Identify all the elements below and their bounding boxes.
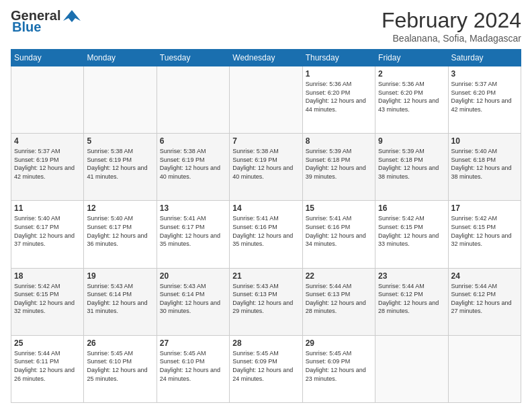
day-info: Sunrise: 5:45 AM Sunset: 6:10 PM Dayligh… <box>160 349 226 383</box>
page-subtitle: Bealanana, Sofia, Madagascar <box>382 33 521 44</box>
table-row: 3Sunrise: 5:37 AM Sunset: 6:20 PM Daylig… <box>448 66 521 134</box>
table-row <box>230 66 302 134</box>
table-row: 12Sunrise: 5:40 AM Sunset: 6:17 PM Dayli… <box>84 201 157 268</box>
table-row: 27Sunrise: 5:45 AM Sunset: 6:10 PM Dayli… <box>157 335 229 402</box>
day-number: 12 <box>87 203 153 213</box>
day-number: 8 <box>306 136 372 146</box>
header: General Blue February 2024 Bealanana, So… <box>11 8 521 44</box>
table-row: 11Sunrise: 5:40 AM Sunset: 6:17 PM Dayli… <box>11 201 84 268</box>
day-info: Sunrise: 5:37 AM Sunset: 6:19 PM Dayligh… <box>14 147 81 181</box>
table-row: 9Sunrise: 5:39 AM Sunset: 6:18 PM Daylig… <box>375 134 448 201</box>
table-row: 29Sunrise: 5:45 AM Sunset: 6:09 PM Dayli… <box>302 335 375 402</box>
table-row: 28Sunrise: 5:45 AM Sunset: 6:09 PM Dayli… <box>230 335 302 402</box>
col-monday: Monday <box>84 50 157 66</box>
day-info: Sunrise: 5:41 AM Sunset: 6:16 PM Dayligh… <box>306 214 372 248</box>
day-info: Sunrise: 5:39 AM Sunset: 6:18 PM Dayligh… <box>306 147 372 181</box>
day-number: 23 <box>378 271 445 281</box>
day-info: Sunrise: 5:38 AM Sunset: 6:19 PM Dayligh… <box>232 147 299 181</box>
col-sunday: Sunday <box>11 50 84 66</box>
day-info: Sunrise: 5:45 AM Sunset: 6:09 PM Dayligh… <box>232 349 299 383</box>
day-number: 11 <box>14 203 81 213</box>
table-row: 6Sunrise: 5:38 AM Sunset: 6:19 PM Daylig… <box>157 134 229 201</box>
col-saturday: Saturday <box>448 50 521 66</box>
day-info: Sunrise: 5:44 AM Sunset: 6:12 PM Dayligh… <box>451 282 518 316</box>
day-number: 28 <box>232 338 299 348</box>
day-number: 2 <box>378 69 445 79</box>
day-info: Sunrise: 5:44 AM Sunset: 6:13 PM Dayligh… <box>306 282 372 316</box>
col-wednesday: Wednesday <box>230 50 302 66</box>
title-block: February 2024 Bealanana, Sofia, Madagasc… <box>382 8 521 44</box>
table-row: 10Sunrise: 5:40 AM Sunset: 6:18 PM Dayli… <box>448 134 521 201</box>
day-number: 6 <box>160 136 226 146</box>
page: General Blue February 2024 Bealanana, So… <box>0 0 532 411</box>
table-row: 4Sunrise: 5:37 AM Sunset: 6:19 PM Daylig… <box>11 134 84 201</box>
day-info: Sunrise: 5:45 AM Sunset: 6:10 PM Dayligh… <box>87 349 153 383</box>
table-row: 13Sunrise: 5:41 AM Sunset: 6:17 PM Dayli… <box>157 201 229 268</box>
day-number: 9 <box>378 136 445 146</box>
day-info: Sunrise: 5:44 AM Sunset: 6:12 PM Dayligh… <box>378 282 445 316</box>
table-row: 16Sunrise: 5:42 AM Sunset: 6:15 PM Dayli… <box>375 201 448 268</box>
day-info: Sunrise: 5:42 AM Sunset: 6:15 PM Dayligh… <box>451 214 518 248</box>
table-row <box>84 66 157 134</box>
table-row: 14Sunrise: 5:41 AM Sunset: 6:16 PM Dayli… <box>230 201 302 268</box>
day-number: 20 <box>160 271 226 281</box>
table-row: 24Sunrise: 5:44 AM Sunset: 6:12 PM Dayli… <box>448 268 521 335</box>
table-row: 5Sunrise: 5:38 AM Sunset: 6:19 PM Daylig… <box>84 134 157 201</box>
day-info: Sunrise: 5:43 AM Sunset: 6:14 PM Dayligh… <box>87 282 153 316</box>
day-info: Sunrise: 5:45 AM Sunset: 6:09 PM Dayligh… <box>306 349 372 383</box>
day-number: 7 <box>232 136 299 146</box>
logo: General Blue <box>11 8 82 35</box>
table-row: 2Sunrise: 5:36 AM Sunset: 6:20 PM Daylig… <box>375 66 448 134</box>
day-info: Sunrise: 5:37 AM Sunset: 6:20 PM Dayligh… <box>451 80 518 113</box>
table-row: 26Sunrise: 5:45 AM Sunset: 6:10 PM Dayli… <box>84 335 157 402</box>
day-number: 4 <box>14 136 81 146</box>
day-info: Sunrise: 5:42 AM Sunset: 6:15 PM Dayligh… <box>378 214 445 248</box>
day-info: Sunrise: 5:43 AM Sunset: 6:14 PM Dayligh… <box>160 282 226 316</box>
day-info: Sunrise: 5:44 AM Sunset: 6:11 PM Dayligh… <box>14 349 81 383</box>
day-number: 16 <box>378 203 445 213</box>
day-number: 25 <box>14 338 81 348</box>
table-row: 22Sunrise: 5:44 AM Sunset: 6:13 PM Dayli… <box>302 268 375 335</box>
day-info: Sunrise: 5:36 AM Sunset: 6:20 PM Dayligh… <box>378 80 445 113</box>
day-number: 22 <box>306 271 372 281</box>
day-number: 15 <box>306 203 372 213</box>
day-info: Sunrise: 5:42 AM Sunset: 6:15 PM Dayligh… <box>14 282 81 316</box>
page-title: February 2024 <box>382 8 521 33</box>
table-row <box>157 66 229 134</box>
svg-marker-0 <box>63 10 81 22</box>
day-info: Sunrise: 5:40 AM Sunset: 6:17 PM Dayligh… <box>14 214 81 248</box>
day-info: Sunrise: 5:36 AM Sunset: 6:20 PM Dayligh… <box>306 80 372 113</box>
day-info: Sunrise: 5:43 AM Sunset: 6:13 PM Dayligh… <box>232 282 299 316</box>
day-number: 3 <box>451 69 518 79</box>
table-row: 17Sunrise: 5:42 AM Sunset: 6:15 PM Dayli… <box>448 201 521 268</box>
day-number: 27 <box>160 338 226 348</box>
day-info: Sunrise: 5:40 AM Sunset: 6:17 PM Dayligh… <box>87 214 153 248</box>
day-info: Sunrise: 5:38 AM Sunset: 6:19 PM Dayligh… <box>87 147 153 181</box>
table-row: 21Sunrise: 5:43 AM Sunset: 6:13 PM Dayli… <box>230 268 302 335</box>
table-row: 7Sunrise: 5:38 AM Sunset: 6:19 PM Daylig… <box>230 134 302 201</box>
calendar-table: Sunday Monday Tuesday Wednesday Thursday… <box>11 49 521 403</box>
day-info: Sunrise: 5:39 AM Sunset: 6:18 PM Dayligh… <box>378 147 445 181</box>
day-number: 18 <box>14 271 81 281</box>
table-row: 25Sunrise: 5:44 AM Sunset: 6:11 PM Dayli… <box>11 335 84 402</box>
day-number: 26 <box>87 338 153 348</box>
col-thursday: Thursday <box>302 50 375 66</box>
day-number: 14 <box>232 203 299 213</box>
day-info: Sunrise: 5:41 AM Sunset: 6:16 PM Dayligh… <box>232 214 299 248</box>
day-info: Sunrise: 5:40 AM Sunset: 6:18 PM Dayligh… <box>451 147 518 181</box>
day-info: Sunrise: 5:38 AM Sunset: 6:19 PM Dayligh… <box>160 147 226 181</box>
day-number: 24 <box>451 271 518 281</box>
table-row: 23Sunrise: 5:44 AM Sunset: 6:12 PM Dayli… <box>375 268 448 335</box>
col-friday: Friday <box>375 50 448 66</box>
day-number: 13 <box>160 203 226 213</box>
logo-bird-icon <box>62 9 82 24</box>
day-number: 5 <box>87 136 153 146</box>
day-number: 29 <box>306 338 372 348</box>
table-row <box>448 335 521 402</box>
day-number: 19 <box>87 271 153 281</box>
day-number: 21 <box>232 271 299 281</box>
col-tuesday: Tuesday <box>157 50 229 66</box>
day-number: 1 <box>306 69 372 79</box>
day-number: 17 <box>451 203 518 213</box>
day-info: Sunrise: 5:41 AM Sunset: 6:17 PM Dayligh… <box>160 214 226 248</box>
